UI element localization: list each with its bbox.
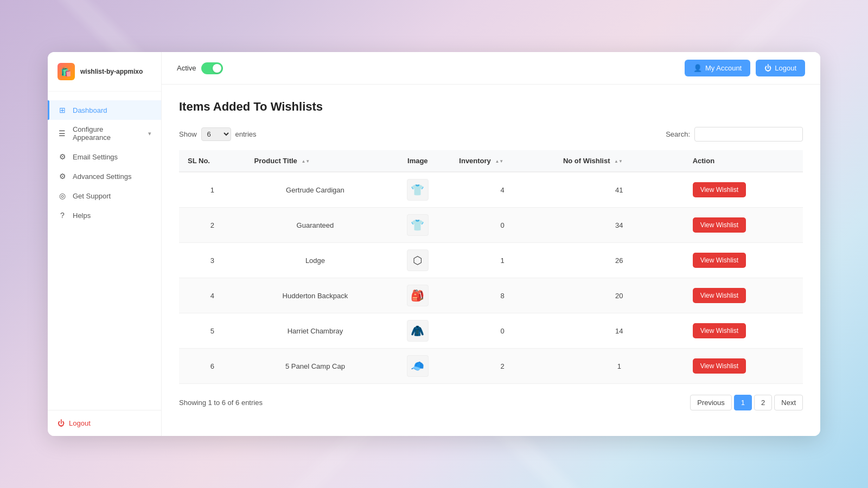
cell-inventory: 4 xyxy=(450,172,554,208)
cell-no-of-wishlist: 34 xyxy=(554,208,684,243)
table-row: 4 Hudderton Backpack 🎒 8 20 View Wishlis… xyxy=(179,278,803,313)
helps-icon: ? xyxy=(58,211,67,220)
cell-product-title: Lodge xyxy=(246,243,385,278)
cell-sl-no: 3 xyxy=(179,243,246,278)
entries-label: entries xyxy=(235,130,257,138)
cell-image: 👕 xyxy=(385,208,450,243)
active-toggle-switch[interactable] xyxy=(201,62,223,74)
cell-inventory: 1 xyxy=(450,243,554,278)
sidebar-item-label: Get Support xyxy=(73,192,111,200)
cell-no-of-wishlist: 20 xyxy=(554,278,684,313)
cell-image: 🎒 xyxy=(385,278,450,313)
pagination-page-1-button[interactable]: 1 xyxy=(734,395,752,410)
table-row: 6 5 Panel Camp Cap 🧢 2 1 View Wishlist xyxy=(179,349,803,384)
table-row: 2 Guaranteed 👕 0 34 View Wishlist xyxy=(179,208,803,243)
col-action: Action xyxy=(684,150,803,172)
cell-sl-no: 1 xyxy=(179,172,246,208)
page-content: Items Added To Wishlists Show 6 10 25 50… xyxy=(162,85,820,436)
active-toggle-group: Active xyxy=(177,62,223,74)
app-logo-icon: 🛍️ xyxy=(58,63,75,80)
col-image: Image xyxy=(385,150,450,172)
col-no-of-wishlist: No of Wishlist ▲▼ xyxy=(554,150,684,172)
sidebar-logout-label: Logout xyxy=(69,419,91,427)
search-input[interactable] xyxy=(694,127,803,142)
cell-no-of-wishlist: 1 xyxy=(554,349,684,384)
sidebar-item-label: Email Settings xyxy=(73,153,118,161)
cell-product-title: 5 Panel Camp Cap xyxy=(246,349,385,384)
data-table: SL No. Product Title ▲▼ Image Inventory … xyxy=(179,150,803,384)
entries-select[interactable]: 6 10 25 50 xyxy=(201,127,231,141)
view-wishlist-button[interactable]: View Wishlist xyxy=(693,323,746,338)
toggle-track xyxy=(201,62,223,74)
show-entries-control: Show 6 10 25 50 entries xyxy=(179,127,257,141)
table-row: 5 Harriet Chambray 🧥 0 14 View Wishlist xyxy=(179,313,803,349)
pagination-next-button[interactable]: Next xyxy=(774,395,803,410)
account-label: My Account xyxy=(705,64,742,72)
col-product-title: Product Title ▲▼ xyxy=(246,150,385,172)
table-body: 1 Gertrude Cardigan 👕 4 41 View Wishlist… xyxy=(179,172,803,384)
view-wishlist-button[interactable]: View Wishlist xyxy=(693,288,746,303)
sidebar-item-label: Dashboard xyxy=(73,106,107,114)
sidebar-nav: ⊞ Dashboard ☰ Configure Appearance ▾ ⚙ E… xyxy=(48,92,161,410)
sidebar-item-helps[interactable]: ? Helps xyxy=(48,206,161,225)
sidebar-item-configure-appearance[interactable]: ☰ Configure Appearance ▾ xyxy=(48,120,161,147)
cell-action: View Wishlist xyxy=(684,243,803,278)
cell-action: View Wishlist xyxy=(684,349,803,384)
view-wishlist-button[interactable]: View Wishlist xyxy=(693,253,746,268)
sidebar-logout-button[interactable]: ⏻ Logout xyxy=(58,419,151,427)
cell-inventory: 8 xyxy=(450,278,554,313)
get-support-icon: ◎ xyxy=(58,191,67,200)
account-icon: 👤 xyxy=(693,64,702,72)
table-controls: Show 6 10 25 50 entries Search: xyxy=(179,127,803,142)
logout-icon: ⏻ xyxy=(58,419,65,427)
cell-image: ⬡ xyxy=(385,243,450,278)
col-sl-no: SL No. xyxy=(179,150,246,172)
sort-icon-inventory[interactable]: ▲▼ xyxy=(495,159,503,164)
cell-product-title: Hudderton Backpack xyxy=(246,278,385,313)
view-wishlist-button[interactable]: View Wishlist xyxy=(693,217,746,233)
pagination-page-2-button[interactable]: 2 xyxy=(754,395,772,410)
product-thumbnail: ⬡ xyxy=(407,249,429,271)
view-wishlist-button[interactable]: View Wishlist xyxy=(693,182,746,197)
table-row: 1 Gertrude Cardigan 👕 4 41 View Wishlist xyxy=(179,172,803,208)
cell-product-title: Guaranteed xyxy=(246,208,385,243)
advanced-settings-icon: ⚙ xyxy=(58,172,67,181)
product-thumbnail: 🧢 xyxy=(407,355,429,377)
cell-action: View Wishlist xyxy=(684,208,803,243)
pagination-previous-button[interactable]: Previous xyxy=(690,395,732,410)
show-label: Show xyxy=(179,130,197,138)
cell-action: View Wishlist xyxy=(684,313,803,349)
header-logout-button[interactable]: ⏻ Logout xyxy=(756,60,805,76)
sidebar-item-label: Advanced Settings xyxy=(73,172,131,181)
sidebar-item-advanced-settings[interactable]: ⚙ Advanced Settings xyxy=(48,166,161,186)
table-row: 3 Lodge ⬡ 1 26 View Wishlist xyxy=(179,243,803,278)
product-thumbnail: 🎒 xyxy=(407,285,429,306)
sidebar-item-get-support[interactable]: ◎ Get Support xyxy=(48,186,161,206)
sidebar-item-label: Configure Appearance xyxy=(73,125,143,142)
toggle-thumb xyxy=(213,64,221,73)
cell-sl-no: 5 xyxy=(179,313,246,349)
product-thumbnail: 👕 xyxy=(407,214,429,236)
cell-action: View Wishlist xyxy=(684,172,803,208)
search-box: Search: xyxy=(666,127,803,142)
sidebar-item-email-settings[interactable]: ⚙ Email Settings xyxy=(48,147,161,166)
header-actions: 👤 My Account ⏻ Logout xyxy=(685,60,805,76)
email-settings-icon: ⚙ xyxy=(58,152,67,161)
sidebar-item-dashboard[interactable]: ⊞ Dashboard xyxy=(48,100,161,120)
main-content: Active 👤 My Account ⏻ Logout xyxy=(162,52,820,436)
page-title: Items Added To Wishlists xyxy=(179,100,803,114)
my-account-button[interactable]: 👤 My Account xyxy=(685,60,750,76)
dashboard-icon: ⊞ xyxy=(58,106,67,114)
cell-image: 👕 xyxy=(385,172,450,208)
view-wishlist-button[interactable]: View Wishlist xyxy=(693,358,746,374)
sort-icon-product-title[interactable]: ▲▼ xyxy=(301,159,310,164)
col-inventory: Inventory ▲▼ xyxy=(450,150,554,172)
search-label: Search: xyxy=(666,130,690,138)
sort-icon-wishlist[interactable]: ▲▼ xyxy=(614,159,623,164)
configure-icon: ☰ xyxy=(58,129,67,138)
sidebar-logo: 🛍️ wishlist-by-appmixo xyxy=(48,52,161,92)
app-name: wishlist-by-appmixo xyxy=(80,68,143,75)
top-header: Active 👤 My Account ⏻ Logout xyxy=(162,52,820,85)
cell-image: 🧥 xyxy=(385,313,450,349)
cell-no-of-wishlist: 14 xyxy=(554,313,684,349)
